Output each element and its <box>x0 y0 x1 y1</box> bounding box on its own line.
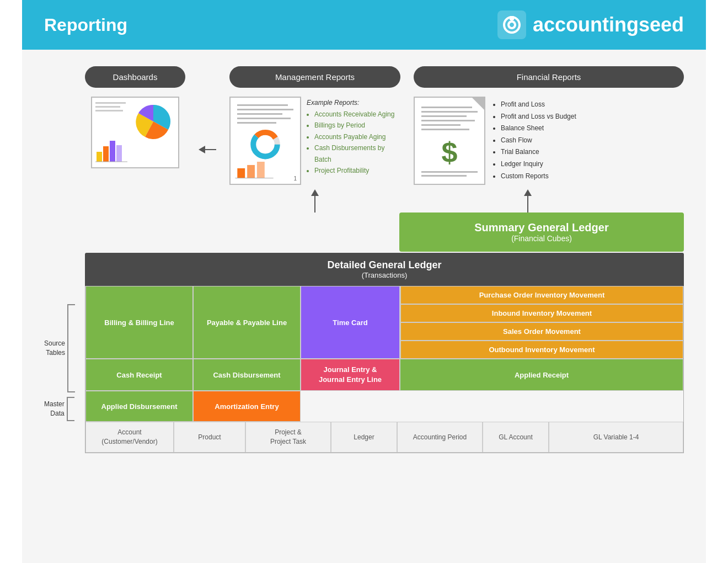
gl-variable-cell: GL Variable 1-4 <box>549 422 683 453</box>
svg-rect-6 <box>116 145 122 162</box>
sgl-spacer <box>85 213 399 252</box>
gl-account-cell: GL Account <box>483 422 549 453</box>
svg-rect-5 <box>110 141 115 162</box>
dashboard-image <box>91 97 179 168</box>
project-cell: Project &Project Task <box>245 422 331 453</box>
mgmt-donut <box>249 128 282 161</box>
logo-bold: seed <box>639 13 684 36</box>
master-data-label: MasterData <box>44 395 67 423</box>
svg-rect-1 <box>510 16 514 20</box>
side-labels: SourceTables MasterData <box>44 66 85 453</box>
fin-doc-lines-bottom <box>419 169 480 179</box>
page-title: Reporting <box>44 15 127 35</box>
dash-to-mgmt-arrow <box>199 86 216 213</box>
fin-item-7: Custom Reports <box>501 171 684 183</box>
fin-item-3: Balance Sheet <box>501 123 684 135</box>
mgmt-item-4: Cash Disbursements by Batch <box>314 142 400 165</box>
svg-rect-13 <box>257 162 265 178</box>
main-content: SourceTables MasterData Dashboards <box>22 50 706 563</box>
time-card-cell: Time Card <box>301 286 400 359</box>
logo-normal: accounting <box>533 13 639 36</box>
sales-order-cell: Sales Order Movement <box>400 322 683 341</box>
cash-receipt-cell: Cash Receipt <box>85 359 193 391</box>
svg-rect-4 <box>103 146 109 162</box>
payable-line-cell: Payable & Payable Line <box>193 286 301 359</box>
doc-lines <box>95 102 126 111</box>
applied-receipt-cell: Applied Receipt <box>400 359 683 391</box>
journal-entry-cell: Journal Entry &Journal Entry Line <box>301 359 400 391</box>
ledger-cell: Ledger <box>331 422 397 453</box>
mgmt-document: 1 <box>229 97 301 185</box>
sgl-box: Summary General Ledger (Financial Cubes) <box>399 213 684 252</box>
mgmt-item-3: Accounts Payable Aging <box>314 131 400 142</box>
transaction-grid: Billing & Billing Line Payable & Payable… <box>85 286 684 422</box>
mgmt-content: 1 Example Reports: Accounts Receivable A… <box>229 97 400 185</box>
mgmt-item-5: Project Profitability <box>314 165 400 176</box>
mgmt-up-arrow <box>311 189 319 213</box>
mgmt-report-list: Example Reports: Accounts Receivable Agi… <box>307 99 400 176</box>
fin-report-list: Profit and Loss Profit and Loss vs Budge… <box>493 99 684 182</box>
sgl-label: Summary General Ledger <box>406 221 677 234</box>
logo: accountingseed <box>497 10 684 39</box>
diagram-content: Dashboards <box>85 66 684 453</box>
fin-up-arrow <box>414 189 684 213</box>
mgmt-item-2: Billings by Period <box>314 120 400 131</box>
mgmt-bars <box>235 162 274 179</box>
fin-item-4: Cash Flow <box>501 135 684 147</box>
logo-text: accountingseed <box>533 13 684 36</box>
svg-rect-11 <box>237 168 245 178</box>
accounting-period-cell: Accounting Period <box>397 422 483 453</box>
dgl-sublabel: (Transactions) <box>92 271 677 279</box>
dgl-bar: Detailed General Ledger (Transactions) <box>85 253 684 286</box>
master-data-grid: Account(Customer/Vendor) Product Project… <box>85 422 684 453</box>
svg-rect-0 <box>497 10 526 39</box>
management-pill: Management Reports <box>229 66 400 88</box>
logo-icon <box>497 10 526 39</box>
bar-chart <box>95 135 129 163</box>
fin-document: $ <box>414 97 485 185</box>
mgmt-footnote: 1 <box>293 176 297 182</box>
financial-section: Financial Reports <box>414 66 684 213</box>
fin-item-5: Trial Balance <box>501 146 684 158</box>
source-tables-label: SourceTables <box>44 302 67 395</box>
applied-disbursement-cell: Applied Disbursement <box>85 391 193 422</box>
source-tables-label-block: SourceTables <box>44 302 85 395</box>
svg-rect-3 <box>97 152 102 162</box>
management-section: Management Reports <box>229 66 400 213</box>
sgl-sublabel: (Financial Cubes) <box>406 234 677 243</box>
fin-item-1: Profit and Loss <box>501 99 684 111</box>
amortization-cell: Amortization Entry <box>193 391 301 422</box>
fin-report-items: Profit and Loss Profit and Loss vs Budge… <box>493 99 684 182</box>
inventory-cells: Purchase Order Inventory Movement Inboun… <box>400 286 683 359</box>
fin-item-2: Profit and Loss vs Budget <box>501 111 684 123</box>
financial-pill: Financial Reports <box>414 66 684 88</box>
dgl-label: Detailed General Ledger <box>92 259 677 271</box>
dashboards-pill: Dashboards <box>85 66 185 88</box>
top-section: Dashboards <box>85 66 684 213</box>
mgmt-doc-lines <box>235 102 296 126</box>
dollar-sign: $ <box>419 138 480 167</box>
mgmt-report-items: Accounts Receivable Aging Billings by Pe… <box>307 109 400 176</box>
fin-doc-lines <box>419 104 480 132</box>
fin-item-6: Ledger Inquiry <box>501 158 684 171</box>
inbound-inventory-cell: Inbound Inventory Movement <box>400 304 683 322</box>
master-data-label-block: MasterData <box>44 395 85 423</box>
po-inventory-cell: Purchase Order Inventory Movement <box>400 286 683 304</box>
cash-disbursement-cell: Cash Disbursement <box>193 359 301 391</box>
product-cell: Product <box>174 422 245 453</box>
dashboards-section: Dashboards <box>85 66 185 213</box>
sgl-row: Summary General Ledger (Financial Cubes) <box>85 213 684 252</box>
mgmt-item-1: Accounts Receivable Aging <box>314 109 400 120</box>
outbound-inventory-cell: Outbound Inventory Movement <box>400 341 683 359</box>
example-reports-label: Example Reports: <box>307 99 400 107</box>
fin-content: $ Profit and Loss Profit and L <box>414 97 684 185</box>
svg-rect-12 <box>247 165 255 178</box>
billing-line-cell: Billing & Billing Line <box>85 286 193 359</box>
header: Reporting accountingseed <box>22 0 706 50</box>
pie-chart <box>134 102 173 141</box>
account-cell: Account(Customer/Vendor) <box>85 422 174 453</box>
